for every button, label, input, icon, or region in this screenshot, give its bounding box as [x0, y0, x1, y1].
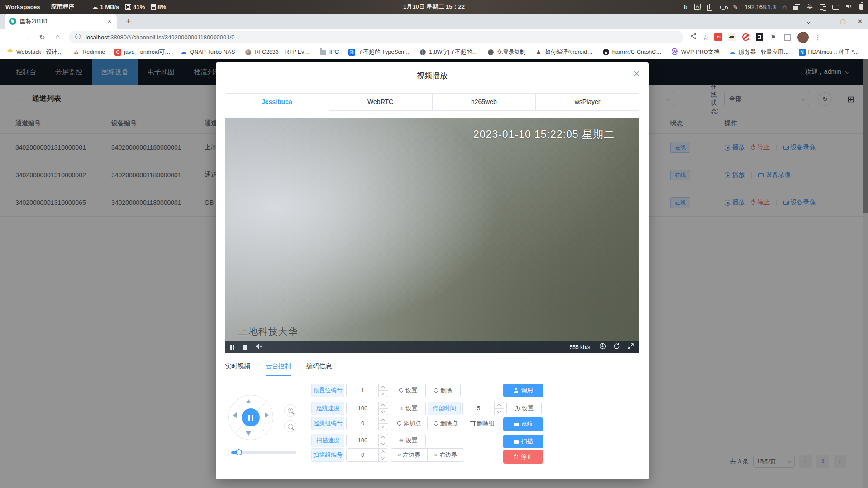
spinner-up-icon[interactable] — [379, 434, 388, 441]
cruise-group-input[interactable]: 0 — [346, 417, 388, 430]
site-info-icon[interactable]: ⓘ — [75, 33, 81, 41]
number-spinner[interactable] — [378, 384, 388, 397]
spinner-up-icon[interactable] — [495, 402, 504, 408]
bing-tray-icon[interactable]: b — [684, 3, 687, 11]
cruise-speed-set-button[interactable]: ✳设置 — [391, 402, 426, 415]
spinner-down-icon[interactable] — [379, 455, 388, 461]
spinner-down-icon[interactable] — [379, 441, 388, 447]
ptz-stop-button[interactable]: 停止 — [503, 450, 543, 464]
bookmark-star-icon[interactable]: ☆ — [702, 33, 709, 42]
add-point-button[interactable]: 添加点 — [391, 417, 428, 430]
bookmark-wvp-docs[interactable]: ⓌWVP-PRO文档 — [671, 48, 720, 56]
bookmark-typescript[interactable]: 知了不起的 TypeScri… — [348, 48, 410, 56]
workspaces-button[interactable]: Workspaces — [5, 4, 40, 10]
preset-set-button[interactable]: 设置 — [391, 384, 426, 397]
number-spinner[interactable] — [378, 449, 388, 461]
cruise-speed-input[interactable]: 100 — [346, 402, 388, 415]
display-icon[interactable] — [832, 5, 839, 10]
tab-wsplayer[interactable]: wsPlayer — [536, 93, 639, 111]
stay-time-input[interactable]: 5 — [462, 402, 504, 415]
spinner-up-icon[interactable] — [379, 417, 388, 423]
spinner-down-icon[interactable] — [379, 408, 388, 415]
scan-button[interactable]: 扫描 — [503, 435, 543, 448]
tab-jessibuca[interactable]: Jessibuca — [225, 93, 329, 111]
preset-number-input[interactable]: 1 — [346, 384, 388, 397]
ptz-center-button[interactable] — [242, 408, 260, 426]
mute-icon[interactable] — [255, 343, 262, 351]
right-boundary-button[interactable]: »右边界 — [427, 448, 464, 462]
window-maximize-button[interactable]: ▢ — [840, 18, 846, 25]
scan-speed-input[interactable]: 100 — [346, 434, 388, 447]
home-tray-icon[interactable]: ⌂ — [782, 4, 787, 10]
ip-address[interactable]: 192.168.1.3 — [744, 4, 776, 10]
share-icon[interactable] — [690, 33, 697, 42]
bookmark-server[interactable]: ☁服务器 - 轻量应用… — [729, 48, 789, 56]
bookmark-android-build[interactable]: ♟如何编译Android… — [535, 48, 593, 56]
browser-tab[interactable]: 国标28181 × — [5, 14, 117, 29]
bookmark-rfc2833[interactable]: RFC2833 – RTP Ev… — [244, 48, 310, 56]
scan-group-input[interactable]: 0 — [346, 448, 388, 462]
home-button[interactable]: ⌂ — [51, 33, 64, 42]
number-spinner[interactable] — [378, 417, 388, 430]
tab-search-icon[interactable]: ⌄ — [806, 18, 811, 25]
spinner-down-icon[interactable] — [379, 423, 388, 430]
tab-encoding-info[interactable]: 编码信息 — [306, 362, 332, 376]
color-picker-tray-icon[interactable]: ✎ — [733, 4, 738, 10]
extension-frame-icon[interactable] — [784, 34, 791, 41]
video-player[interactable]: 2023-01-10 15:22:05 星期二 上地科技大华 555 kb/s — [225, 118, 639, 353]
dialog-close-icon[interactable]: × — [634, 69, 639, 79]
ptz-right-button[interactable] — [265, 412, 269, 418]
zoom-in-button[interactable]: + — [284, 404, 296, 417]
extension-adblock-icon[interactable] — [742, 33, 749, 41]
slider-handle[interactable] — [236, 449, 242, 455]
tab-ptz-control[interactable]: 云台控制 — [266, 362, 291, 376]
reload-button[interactable]: ↻ — [35, 33, 49, 42]
bookmark-18w[interactable]: 1.8W字|了不起的… — [419, 48, 477, 56]
screenshot-tray-icon[interactable]: A — [694, 4, 701, 10]
pause-button[interactable] — [230, 345, 234, 350]
preset-delete-button[interactable]: 删除 — [425, 384, 461, 397]
ptz-down-button[interactable] — [246, 431, 251, 436]
volume-icon[interactable] — [846, 3, 853, 10]
snapshot-icon[interactable] — [599, 343, 606, 351]
fullscreen-icon[interactable] — [627, 343, 634, 351]
extension-screenshot-icon[interactable] — [756, 33, 763, 41]
ptz-speed-slider[interactable] — [231, 451, 296, 454]
applications-button[interactable]: 应用程序 — [51, 3, 74, 11]
cruise-button[interactable]: 巡航 — [503, 417, 543, 431]
call-preset-button[interactable]: 调用 — [503, 384, 543, 397]
input-method-indicator[interactable]: 英 — [807, 3, 813, 11]
scan-speed-set-button[interactable]: ✳设置 — [391, 434, 426, 447]
spinner-down-icon[interactable] — [495, 408, 504, 415]
bookmark-copy-free[interactable]: 免登录复制 — [487, 48, 526, 56]
bookmark-redmine[interactable]: ∴Redmine — [72, 48, 105, 56]
tab-live-video[interactable]: 实时视频 — [225, 362, 250, 376]
window-close-button[interactable]: ✕ — [858, 18, 863, 25]
stop-button[interactable] — [243, 345, 247, 350]
extension-pin-icon[interactable]: ⚑ — [768, 33, 777, 42]
bookmark-hdatmos[interactable]: NHDAtmos :: 种子 *… — [799, 48, 859, 56]
phone-link-icon[interactable] — [820, 4, 825, 10]
bookmark-java-android[interactable]: Cjava、android可… — [114, 48, 170, 56]
number-spinner[interactable] — [378, 434, 388, 447]
delete-point-button[interactable]: 删除点 — [427, 417, 464, 430]
address-bar[interactable]: ⓘ localhost:38080/#/channelList/34020000… — [69, 31, 683, 43]
bookmark-ipc-folder[interactable]: IPC — [320, 48, 339, 56]
zoom-out-button[interactable]: − — [284, 420, 296, 432]
clipboard-tray-icon[interactable] — [707, 4, 714, 10]
number-spinner[interactable] — [494, 402, 504, 415]
browser-menu-icon[interactable]: ⋮ — [814, 33, 821, 42]
spinner-down-icon[interactable] — [379, 390, 388, 397]
ptz-up-button[interactable] — [246, 399, 251, 403]
extension-js-icon[interactable]: JS — [714, 33, 722, 41]
extension-downloader-icon[interactable] — [728, 33, 736, 41]
profile-avatar[interactable] — [797, 32, 809, 43]
bookmark-github[interactable]: hairrrrr/C-CrashC… — [602, 48, 662, 56]
spinner-up-icon[interactable] — [379, 402, 388, 408]
new-tab-button[interactable]: + — [123, 16, 134, 27]
forward-button[interactable]: → — [20, 33, 33, 42]
ptz-left-button[interactable] — [233, 412, 237, 418]
caffeine-tray-icon[interactable] — [720, 6, 726, 10]
tab-close-icon[interactable]: × — [107, 18, 112, 25]
number-spinner[interactable] — [378, 402, 388, 415]
